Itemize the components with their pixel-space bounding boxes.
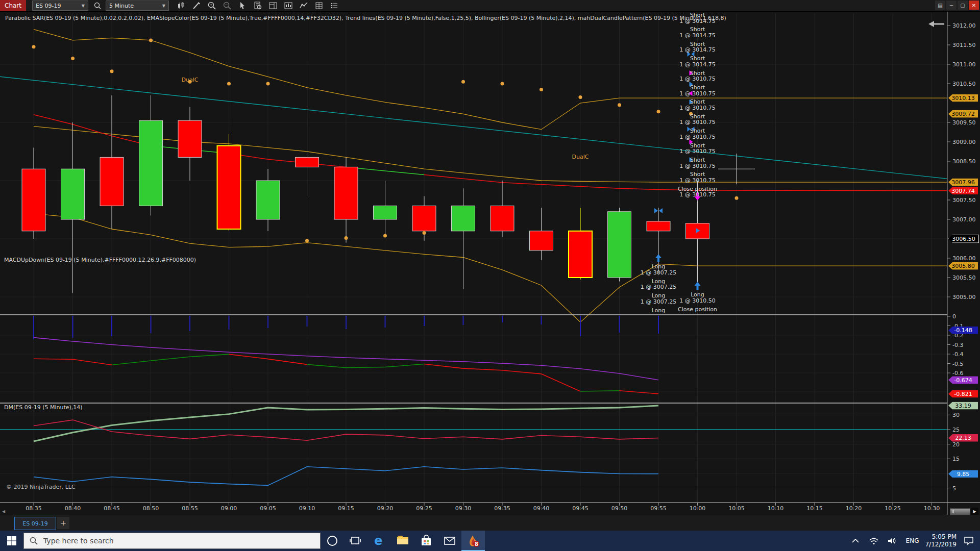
scroll-right-button[interactable]: ▶ — [971, 508, 978, 515]
scroll-left-arrow-icon[interactable] — [928, 19, 945, 29]
cursor-icon[interactable] — [237, 1, 248, 10]
ninjatrader-window: Chart ES 09-19 ▼ 5 Minute ▼ ▤─▢✕ Parabol… — [0, 0, 980, 551]
start-button[interactable] — [0, 531, 23, 551]
time-label: 10:15 — [806, 505, 823, 512]
dm-indicator-label: DM(ES 09-19 (5 Minute),14) — [4, 404, 83, 411]
zoom-out-icon[interactable] — [222, 1, 232, 10]
taskbar-search-input[interactable]: Type here to search — [23, 533, 321, 549]
sar-dot — [735, 196, 739, 200]
panels-icon[interactable] — [268, 1, 278, 10]
svg-text:e: e — [374, 534, 382, 547]
time-label: 09:40 — [533, 505, 550, 512]
sar-dot — [540, 88, 543, 91]
axis-label: 3005.50 — [952, 274, 976, 281]
axis-label: 25 — [952, 427, 960, 433]
snapshot-icon[interactable] — [314, 1, 324, 10]
sar-dot — [423, 231, 426, 235]
network-icon[interactable] — [866, 531, 881, 551]
di-minus-tag: 22.13 — [948, 434, 978, 442]
candle-09:35 — [491, 206, 514, 231]
time-label: 09:00 — [221, 505, 237, 512]
di-plus-tag: 9.85 — [948, 470, 978, 478]
interval-select[interactable]: 5 Minute ▼ — [106, 1, 169, 11]
candle-09:00 — [217, 146, 241, 229]
time-label: 09:05 — [260, 505, 276, 512]
chevron-down-icon: ▼ — [82, 4, 85, 8]
candle-08:50 — [139, 120, 163, 206]
zoom-in-icon[interactable] — [207, 1, 217, 10]
edge-icon[interactable]: e — [368, 531, 391, 551]
sar-dot — [227, 82, 231, 86]
task-view-icon[interactable] — [344, 531, 368, 551]
time-label: 10:05 — [728, 505, 745, 512]
instrument-select-value: ES 09-19 — [36, 3, 61, 9]
tab-bar: ES 09-19 + — [0, 515, 980, 531]
language-indicator[interactable]: ENG — [903, 537, 922, 544]
sar-dot — [461, 80, 465, 84]
data-series-icon[interactable] — [253, 1, 263, 10]
maximize-button[interactable]: ▢ — [958, 1, 968, 10]
close-button[interactable]: ✕ — [969, 1, 979, 10]
polyline-icon[interactable] — [299, 1, 309, 10]
macd-line-tag: -0.821 — [948, 390, 978, 397]
ninjatrader-icon[interactable]: 8 — [461, 531, 485, 551]
candle-09:50 — [608, 212, 631, 278]
sar-dot — [110, 69, 114, 73]
sar-tag: 3009.72 — [948, 110, 978, 118]
candle-09:30 — [452, 206, 475, 231]
sar-dot — [32, 45, 36, 48]
last-price-tag: 3006.50 — [948, 235, 979, 243]
candle-08:45 — [100, 157, 124, 206]
taskbar-clock[interactable]: 5:05 PM 7/12/2019 — [925, 533, 957, 548]
axis-label: 20 — [952, 441, 960, 447]
time-label: 08:45 — [104, 505, 120, 512]
taskbar-icons: e8 — [321, 531, 485, 551]
file-explorer-icon[interactable] — [391, 531, 414, 551]
add-tab-button[interactable]: + — [57, 517, 69, 529]
macd-hist-tag: -0.148 — [948, 327, 978, 334]
cortana-icon[interactable] — [321, 531, 344, 551]
candlestick-chart-icon[interactable] — [176, 1, 186, 10]
sar-dot — [345, 236, 348, 240]
action-center-icon[interactable] — [960, 531, 978, 551]
instrument-select[interactable]: ES 09-19 ▼ — [32, 1, 88, 11]
ema-tag: 3007.74 — [948, 187, 978, 194]
candle-09:15 — [334, 167, 358, 219]
scroll-left-button[interactable]: ◀ — [2, 509, 5, 514]
sar-dot — [71, 57, 75, 60]
tab-es-09-19[interactable]: ES 09-19 — [14, 517, 56, 530]
axis-label: 3007.50 — [952, 197, 976, 204]
properties-button[interactable]: ▤ — [935, 1, 945, 10]
time-label: 09:35 — [494, 505, 510, 512]
draw-icon[interactable] — [191, 1, 202, 10]
axis-label: 0 — [952, 313, 956, 320]
axis-label: 3007.00 — [952, 216, 976, 223]
candle-09:20 — [374, 206, 397, 219]
window-buttons: ▤─▢✕ — [935, 1, 979, 10]
time-label: 08:55 — [182, 505, 198, 512]
bollinger-upper-tag: 3010.13 — [948, 94, 978, 102]
list-icon[interactable] — [329, 1, 339, 10]
time-label: 09:25 — [416, 505, 432, 512]
show-hidden-icons[interactable] — [848, 531, 863, 551]
chart-window-label: Chart — [0, 0, 26, 11]
candle-08:40 — [61, 169, 85, 219]
search-icon[interactable] — [92, 1, 103, 10]
axis-label: 30 — [952, 412, 960, 418]
time-label: 09:10 — [299, 505, 315, 512]
time-label: 08:50 — [143, 505, 159, 512]
sar-dot — [266, 82, 270, 86]
search-placeholder: Type here to search — [43, 537, 114, 545]
horizontal-scrollbar-thumb[interactable] — [950, 508, 970, 515]
time-label: 10:00 — [690, 505, 706, 512]
adx-tag: 33.19 — [948, 402, 978, 410]
volume-icon[interactable] — [885, 531, 900, 551]
interval-select-value: 5 Minute — [109, 3, 134, 9]
time-label: 09:50 — [611, 505, 628, 512]
chart-style-icon[interactable] — [283, 1, 293, 10]
minimize-button[interactable]: ─ — [946, 1, 957, 10]
store-icon[interactable] — [414, 531, 438, 551]
chevron-down-icon: ▼ — [162, 4, 165, 8]
sar-dot — [657, 110, 660, 113]
mail-icon[interactable] — [438, 531, 461, 551]
